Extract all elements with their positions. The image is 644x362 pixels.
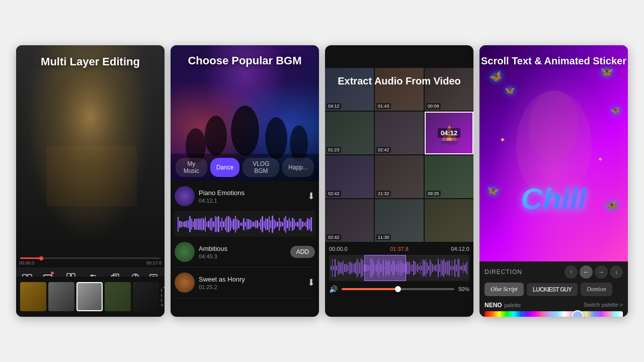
thumb-time-2: 01:43 xyxy=(376,103,391,109)
grid-thumb-3[interactable]: 00:09 xyxy=(425,68,473,111)
filmstrip-thumb-5[interactable] xyxy=(133,282,159,311)
direction-label: DIRECTION xyxy=(485,268,522,276)
audio-strip[interactable] xyxy=(329,255,469,281)
color-selector[interactable] xyxy=(572,310,584,317)
card3-top: Extract Audio From Video 04:12 01:43 00:… xyxy=(325,68,473,242)
sparkle-1: ✦ xyxy=(500,136,506,144)
butterfly-2: 🦋 xyxy=(504,84,516,96)
add-track-button[interactable]: ADD xyxy=(290,246,315,258)
track-thumb-3 xyxy=(175,273,195,293)
track-info-3: Sweet as Honry 01:25.2 xyxy=(199,276,303,290)
grid-thumb-7[interactable]: 02:42 xyxy=(325,155,374,198)
grid-thumb-12[interactable] xyxy=(425,199,473,242)
thumb-time-4: 01:23 xyxy=(327,147,341,153)
card4-title: Scroll Text & Animated Sticker xyxy=(479,54,628,67)
card-bgm: Choose Popular BGM My Music Dance VLOG B… xyxy=(171,45,319,317)
volume-slider[interactable] xyxy=(342,288,454,290)
butterfly-4: 🦋 xyxy=(610,105,621,116)
grid-thumb-2[interactable]: 01:43 xyxy=(375,68,424,111)
subtitle-badge xyxy=(51,272,54,275)
thumb-time-7: 02:42 xyxy=(327,191,341,197)
tab-happy[interactable]: Happ... xyxy=(282,158,314,177)
bgm-tabs: My Music Dance VLOG BGM Happ... xyxy=(171,154,319,181)
filmstrip-thumb-2[interactable] xyxy=(48,282,74,311)
card4-panel: DIRECTION ↑ ← → ↓ Olse Script LUCKIEST G… xyxy=(479,261,628,317)
track-info-2: Ambitious 04:45.3 xyxy=(199,245,286,259)
dancers-svg xyxy=(171,75,319,166)
font-damion[interactable]: Damion xyxy=(581,283,612,296)
tab-dance[interactable]: Dance xyxy=(210,158,240,177)
sparkle-2: ✦ xyxy=(598,156,603,163)
tab-my-music[interactable]: My Music xyxy=(176,158,207,177)
audio-selection xyxy=(364,255,407,281)
waveform-area xyxy=(175,212,315,237)
palette-name: NENO xyxy=(485,302,502,309)
timeline-bar: 00:00.0 01:37.8 04:12.0 xyxy=(329,246,469,252)
filmstrip-thumb-3[interactable] xyxy=(76,282,103,311)
track-name-3: Sweet as Honry xyxy=(199,276,303,283)
thumb-time-11: 11:30 xyxy=(376,234,391,240)
time-end: 00:17.0 xyxy=(146,260,162,265)
font-luckiest-guy[interactable]: LUCKIEST GUY xyxy=(527,283,578,296)
timeline-end: 04:12.0 xyxy=(451,246,469,252)
track-item-1[interactable]: Piano Emotions 04:12.1 ⬇ xyxy=(175,181,315,212)
card2-background: Choose Popular BGM My Music Dance VLOG B… xyxy=(171,45,319,181)
grid-thumb-4[interactable]: 01:23 xyxy=(325,112,374,154)
arrow-down[interactable]: ↓ xyxy=(610,265,623,279)
grid-thumb-11[interactable]: 11:30 xyxy=(375,199,424,242)
direction-row: DIRECTION ↑ ← → ↓ xyxy=(485,265,623,279)
waveform-bars xyxy=(178,214,312,234)
track-download-3[interactable]: ⬇ xyxy=(307,277,315,288)
video-grid: 04:12 01:43 00:09 01:23 02:42 04:12 xyxy=(325,68,473,242)
volume-row: 🔊 50% xyxy=(329,285,469,293)
direction-arrows: ↑ ← → ↓ xyxy=(565,265,623,279)
switch-palette-button[interactable]: Switch palette > xyxy=(584,302,623,308)
card1-background: Multi Layer Editing xyxy=(16,45,165,266)
thumb-time-1: 04:12 xyxy=(327,103,341,109)
palette-label: palette xyxy=(504,302,521,308)
volume-icon: 🔊 xyxy=(329,285,338,293)
selected-time-display: 04:12 xyxy=(438,128,460,138)
volume-knob[interactable] xyxy=(395,286,401,292)
card-extract-audio: Extract Audio From Video 04:12 01:43 00:… xyxy=(325,45,473,317)
selected-overlay: 04:12 xyxy=(426,113,472,153)
grid-thumb-1[interactable]: 04:12 xyxy=(325,68,374,111)
track-name-1: Piano Emotions xyxy=(199,189,303,197)
track-item-2[interactable]: Ambitious 04:45.3 ADD xyxy=(175,237,315,267)
add-clip-button[interactable]: + xyxy=(161,287,165,306)
arrow-left[interactable]: ← xyxy=(580,265,593,279)
color-bar[interactable] xyxy=(485,311,623,317)
svg-point-31 xyxy=(529,90,579,161)
thumb-time-9: 09:25 xyxy=(426,191,441,197)
card-scroll-text: 🦋 🦋 🦋 🦋 🦋 🦋 ✦ ✦ Scroll Text & Animated S… xyxy=(479,45,628,317)
grid-thumb-6-selected[interactable]: 04:12 xyxy=(425,112,473,154)
track-item-3[interactable]: Sweet as Honry 01:25.2 ⬇ xyxy=(175,267,315,298)
card1-title: Multi Layer Editing xyxy=(16,55,165,68)
svg-rect-1 xyxy=(46,146,137,206)
arrow-right[interactable]: → xyxy=(595,265,608,279)
app-container: Multi Layer Editing 00:00.0 00:17.0 Spli… xyxy=(6,35,638,327)
time-start: 00:00.0 xyxy=(19,260,34,265)
card2-title: Choose Popular BGM xyxy=(171,54,319,67)
timeline-current: 01:37.8 xyxy=(390,246,409,252)
filmstrip: + xyxy=(16,277,165,317)
svg-point-27 xyxy=(265,117,287,159)
filmstrip-thumb-1[interactable] xyxy=(20,282,46,311)
font-olse-script[interactable]: Olse Script xyxy=(485,283,524,296)
card3-bottom: 00:00.0 01:37.8 04:12.0 🔊 50% xyxy=(325,242,473,297)
track-dur-3: 01:25.2 xyxy=(199,284,303,290)
filmstrip-thumb-4[interactable] xyxy=(105,282,131,311)
arrow-up[interactable]: ↑ xyxy=(565,265,578,279)
track-dur-2: 04:45.3 xyxy=(199,253,286,259)
card1-progress-bar xyxy=(16,257,165,262)
track-download-1[interactable]: ⬇ xyxy=(307,191,315,202)
tab-vlog-bgm[interactable]: VLOG BGM xyxy=(243,158,279,177)
card3-title: Extract Audio From Video xyxy=(325,75,473,87)
palette-row: NENO palette Switch palette > xyxy=(485,300,623,309)
grid-thumb-8[interactable]: 21:32 xyxy=(375,155,424,198)
grid-thumb-5[interactable]: 02:42 xyxy=(375,112,424,154)
chill-text: Chill xyxy=(479,182,628,216)
grid-thumb-9[interactable]: 09:25 xyxy=(425,155,473,198)
track-thumb-1 xyxy=(175,186,195,206)
grid-thumb-10[interactable]: 02:42 xyxy=(325,199,374,242)
